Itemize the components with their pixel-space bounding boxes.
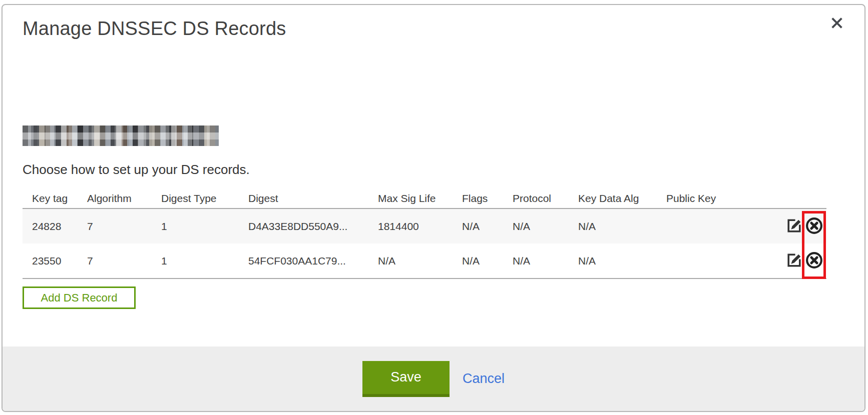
cell-key-data-alg: N/A (578, 208, 666, 244)
col-header-key-tag: Key tag (23, 188, 87, 208)
cell-digest: 54FCF030AA1C79... (248, 244, 378, 278)
col-header-flags: Flags (462, 188, 513, 208)
cell-digest-type: 1 (161, 208, 248, 244)
col-header-max-sig-life: Max Sig Life (378, 188, 462, 208)
cell-protocol: N/A (513, 208, 578, 244)
col-header-protocol: Protocol (513, 188, 578, 208)
redacted-domain-name (23, 126, 219, 146)
cell-public-key (666, 208, 744, 244)
cell-algorithm: 7 (87, 244, 161, 278)
page-title: Manage DNSSEC DS Records (23, 18, 864, 40)
cell-flags: N/A (462, 208, 513, 244)
col-header-public-key: Public Key (666, 188, 744, 208)
table-header-row: Key tag Algorithm Digest Type Digest Max… (23, 188, 826, 208)
save-button[interactable]: Save (362, 361, 450, 397)
cell-actions (744, 244, 826, 278)
cell-max-sig-life: 1814400 (378, 208, 462, 244)
cell-flags: N/A (462, 244, 513, 278)
cell-max-sig-life: N/A (378, 244, 462, 278)
edit-icon (786, 252, 802, 270)
ds-records-table-wrap: Key tag Algorithm Digest Type Digest Max… (23, 188, 826, 279)
col-header-key-data-alg: Key Data Alg (578, 188, 666, 208)
edit-icon (786, 218, 802, 236)
ds-records-table: Key tag Algorithm Digest Type Digest Max… (23, 188, 826, 279)
table-row: 24828 7 1 D4A33E8DD550A9... 1814400 N/A … (23, 208, 826, 244)
cell-key-tag: 24828 (23, 208, 87, 244)
cell-digest: D4A33E8DD550A9... (248, 208, 378, 244)
instruction-text: Choose how to set up your DS records. (23, 162, 864, 178)
cell-algorithm: 7 (87, 208, 161, 244)
manage-dnssec-modal: Manage DNSSEC DS Records Choose how to s… (2, 4, 865, 412)
close-button[interactable] (828, 15, 845, 32)
modal-footer: Save Cancel (3, 346, 864, 411)
delete-icon (805, 216, 823, 236)
table-row: 23550 7 1 54FCF030AA1C79... N/A N/A N/A … (23, 244, 826, 278)
col-header-digest-type: Digest Type (161, 188, 248, 208)
cell-actions (744, 208, 826, 244)
add-ds-record-button[interactable]: Add DS Record (23, 286, 136, 309)
edit-record-button[interactable] (786, 218, 802, 236)
cell-protocol: N/A (513, 244, 578, 278)
cell-digest-type: 1 (161, 244, 248, 278)
col-header-digest: Digest (248, 188, 378, 208)
cell-key-data-alg: N/A (578, 244, 666, 278)
cell-public-key (666, 244, 744, 278)
cancel-link[interactable]: Cancel (463, 371, 505, 386)
col-header-actions (744, 188, 826, 208)
delete-record-button[interactable] (805, 251, 823, 271)
cell-key-tag: 23550 (23, 244, 87, 278)
close-icon (830, 16, 844, 32)
delete-icon (805, 251, 823, 271)
modal-body: Manage DNSSEC DS Records Choose how to s… (3, 5, 864, 346)
edit-record-button[interactable] (786, 252, 802, 270)
col-header-algorithm: Algorithm (87, 188, 161, 208)
delete-record-button[interactable] (805, 216, 823, 236)
